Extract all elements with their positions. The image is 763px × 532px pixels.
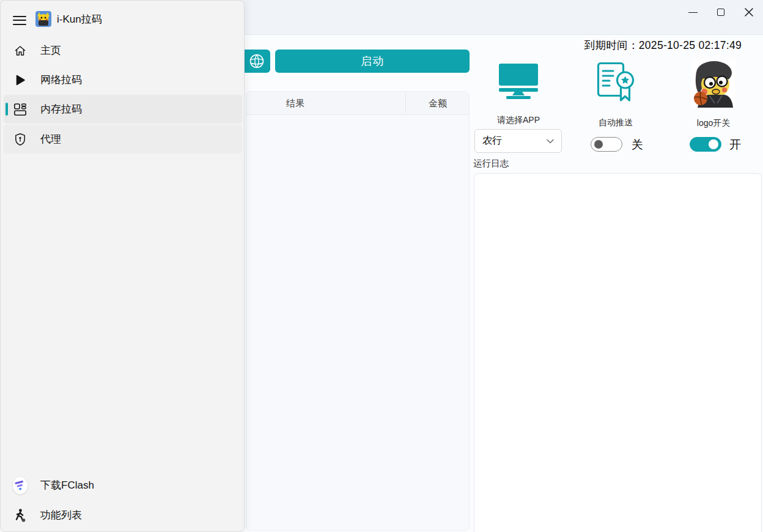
sidebar-item-proxy[interactable]: 代理 bbox=[4, 125, 242, 153]
grid-icon bbox=[13, 102, 28, 117]
home-icon bbox=[13, 43, 28, 58]
column-header-amount: 金额 bbox=[406, 92, 470, 115]
expiry-label: 到期时间： bbox=[584, 39, 639, 51]
app-select-dropdown[interactable]: 农行 bbox=[474, 129, 562, 153]
monitor-icon bbox=[496, 64, 540, 99]
sidebar-item-network[interactable]: 网络拉码 bbox=[4, 65, 242, 94]
hamburger-icon bbox=[13, 16, 26, 17]
navigation-drawer: i-Kun拉码 主页 网络拉码 bbox=[0, 0, 245, 532]
table-body[interactable] bbox=[246, 115, 469, 531]
drawer-header: i-Kun拉码 bbox=[1, 1, 244, 36]
app-logo-icon bbox=[35, 11, 51, 27]
window-controls bbox=[679, 0, 763, 24]
hamburger-menu-button[interactable] bbox=[9, 9, 30, 29]
logo-switch-label: logo开关 bbox=[680, 118, 747, 129]
auto-push-state-label: 关 bbox=[632, 137, 643, 153]
certificate-icon bbox=[597, 62, 635, 102]
fclash-icon bbox=[13, 478, 28, 493]
app-window: 到期时间：2025-10-25 02:17:49 启动 结果 金额 请选择APP bbox=[0, 0, 763, 532]
expiry-time: 到期时间：2025-10-25 02:17:49 bbox=[584, 38, 742, 53]
close-button[interactable] bbox=[735, 0, 763, 24]
maximize-button[interactable] bbox=[707, 0, 735, 24]
minimize-icon bbox=[688, 12, 698, 13]
sidebar-item-feature-list[interactable]: 功能列表 bbox=[4, 501, 242, 530]
sidebar-item-label: 功能列表 bbox=[40, 508, 82, 522]
maximize-icon bbox=[717, 9, 724, 16]
auto-push-toggle[interactable] bbox=[591, 137, 622, 152]
basketball-icon bbox=[249, 53, 265, 69]
sidebar-item-memory[interactable]: 内存拉码 bbox=[4, 95, 242, 124]
auto-push-toggle-knob bbox=[594, 140, 603, 149]
tile-select-app: 请选择APP bbox=[485, 64, 552, 126]
tile-logo-switch: logo开关 bbox=[680, 59, 747, 129]
start-button[interactable]: 启动 bbox=[275, 50, 470, 73]
logo-state-label: 开 bbox=[729, 137, 741, 153]
run-log-label: 运行日志 bbox=[473, 158, 509, 169]
minimize-button[interactable] bbox=[679, 0, 707, 24]
auto-push-label: 自动推送 bbox=[582, 117, 649, 128]
basketball-player-icon bbox=[13, 508, 28, 523]
expiry-value: 2025-10-25 02:17:49 bbox=[639, 39, 742, 51]
sidebar-item-label: 内存拉码 bbox=[40, 102, 82, 116]
sidebar-item-label: 下载FClash bbox=[40, 478, 94, 492]
logo-toggle[interactable] bbox=[690, 137, 721, 152]
active-indicator bbox=[6, 103, 8, 116]
sidebar-item-download-fclash[interactable]: 下载FClash bbox=[4, 471, 242, 500]
results-table: 结果 金额 bbox=[246, 91, 470, 531]
chevron-down-icon bbox=[547, 139, 554, 144]
ikun-logo-image bbox=[691, 59, 735, 108]
app-select-value: 农行 bbox=[482, 135, 547, 147]
logo-toggle-knob bbox=[709, 139, 718, 149]
play-icon bbox=[13, 73, 28, 87]
tile-auto-push: 自动推送 bbox=[582, 62, 649, 128]
sidebar-item-label: 主页 bbox=[40, 43, 61, 57]
shield-icon bbox=[13, 132, 28, 147]
close-icon bbox=[744, 7, 754, 17]
app-title: i-Kun拉码 bbox=[57, 12, 102, 26]
column-header-result: 结果 bbox=[265, 92, 326, 115]
sidebar-item-home[interactable]: 主页 bbox=[4, 36, 242, 65]
table-header: 结果 金额 bbox=[246, 92, 469, 115]
sidebar-item-label: 网络拉码 bbox=[40, 73, 82, 87]
select-app-label: 请选择APP bbox=[485, 115, 552, 126]
run-log-area[interactable] bbox=[474, 173, 762, 532]
sidebar-item-label: 代理 bbox=[40, 132, 61, 146]
